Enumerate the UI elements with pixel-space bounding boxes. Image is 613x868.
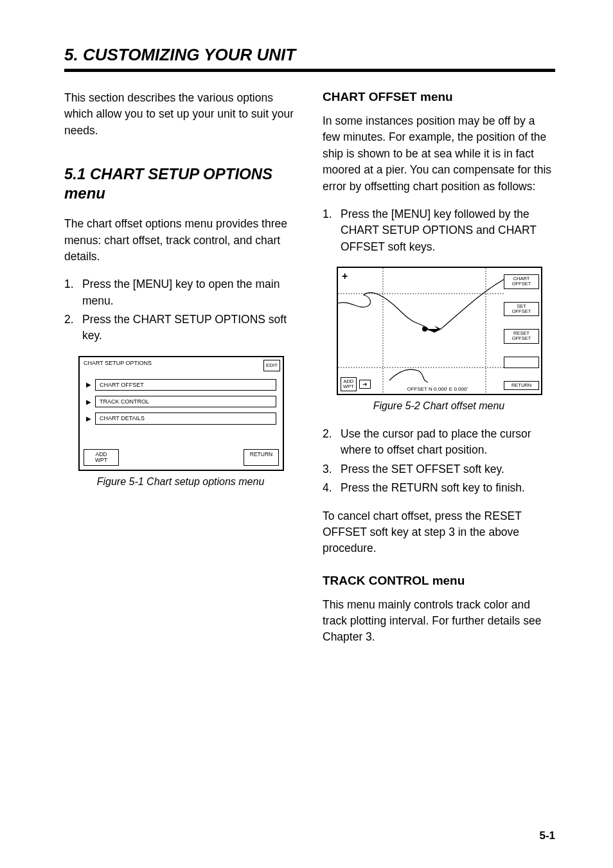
section-5-1-steps: 1.Press the [MENU] key to open the main … xyxy=(64,276,297,344)
figure-chart-offset: + CHART OFFSET SET OFFSET xyxy=(337,267,542,395)
track-control-para: This menu mainly controls track color an… xyxy=(323,597,555,646)
soft-key-set-offset: SET OFFSET xyxy=(504,302,539,317)
page-number: 5-1 xyxy=(539,829,555,842)
step-text: Press the SET OFFSET soft key. xyxy=(341,461,555,477)
add-wpt-button: ADD WPT xyxy=(341,377,357,392)
step-number: 2. xyxy=(64,312,82,344)
step-number: 3. xyxy=(323,461,341,477)
step-number: 1. xyxy=(64,276,82,309)
section-5-1-para: The chart offset options menu provides t… xyxy=(64,216,297,265)
chart-offset-steps-b: 2.Use the cursor pad to place the cursor… xyxy=(323,426,555,497)
step-number: 1. xyxy=(323,206,341,255)
step-text: Press the [MENU] key followed by the CHA… xyxy=(341,206,555,255)
arrow-icon: ▶ xyxy=(86,415,95,423)
track-control-heading: TRACK CONTROL menu xyxy=(323,574,555,588)
card-icon: ➜ xyxy=(359,380,371,389)
heading-rule xyxy=(64,69,555,72)
soft-key-reset-offset: RESET OFFSET xyxy=(504,329,539,344)
soft-key-column: CHART OFFSET SET OFFSET RESET OFFSET RET… xyxy=(504,274,539,390)
menu-option: CHART DETAILS xyxy=(95,412,276,424)
menu-option: CHART OFFSET xyxy=(95,379,276,391)
step-text: Press the [MENU] key to open the main me… xyxy=(82,276,297,309)
return-button: RETURN xyxy=(244,449,279,466)
section-5-1-heading: 5.1 CHART SETUP OPTIONS menu xyxy=(64,164,297,203)
arrow-icon: ▶ xyxy=(86,381,95,389)
add-wpt-button: ADD WPT xyxy=(84,449,119,466)
chapter-title: 5. CUSTOMIZING YOUR UNIT xyxy=(64,45,555,65)
soft-key-chart-offset: CHART OFFSET xyxy=(504,274,539,289)
cancel-offset-para: To cancel chart offset, press the RESET … xyxy=(323,508,555,557)
step-number: 2. xyxy=(323,426,341,459)
chart-offset-steps-a: 1.Press the [MENU] key followed by the C… xyxy=(323,206,555,255)
figure-title: CHART SETUP OPTIONS xyxy=(84,360,152,371)
figure-chart-setup-menu: CHART SETUP OPTIONS EDIT ▶ CHART OFFSET … xyxy=(78,356,284,472)
menu-option: TRACK CONTROL xyxy=(95,396,276,407)
arrow-icon: ▶ xyxy=(86,398,95,406)
step-text: Press the RETURN soft key to finish. xyxy=(341,480,555,496)
step-text: Use the cursor pad to place the cursor w… xyxy=(341,426,555,459)
soft-key-blank xyxy=(504,357,539,368)
edit-button: EDIT xyxy=(263,360,280,371)
step-text: Press the CHART SETUP OPTIONS soft key. xyxy=(82,312,297,344)
soft-key-return: RETURN xyxy=(504,381,539,390)
intro-paragraph: This section describes the various optio… xyxy=(64,90,297,139)
figure-5-2-caption: Figure 5-2 Chart offset menu xyxy=(323,400,555,412)
step-number: 4. xyxy=(323,480,341,496)
chart-map-graphic xyxy=(338,268,504,395)
chart-offset-heading: CHART OFFSET menu xyxy=(323,90,555,104)
offset-readout: OFFSET N 0.000' E 0.000' xyxy=(407,386,468,392)
chart-offset-para: In some instances position may be off by… xyxy=(323,113,555,195)
figure-5-1-caption: Figure 5-1 Chart setup options menu xyxy=(64,476,297,488)
